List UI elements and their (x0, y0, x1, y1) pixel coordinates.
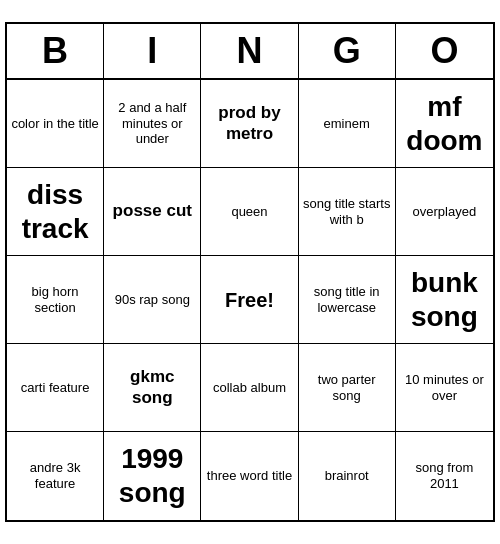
bingo-cell-18[interactable]: two parter song (299, 344, 396, 432)
bingo-letter-i: I (104, 24, 201, 78)
bingo-cell-14[interactable]: bunk song (396, 256, 493, 344)
bingo-cell-19[interactable]: 10 minutes or over (396, 344, 493, 432)
cell-text-1: 2 and a half minutes or under (108, 100, 196, 147)
cell-text-2: prod by metro (205, 103, 293, 144)
bingo-grid: color in the title2 and a half minutes o… (7, 80, 493, 520)
cell-text-13: song title in lowercase (303, 284, 391, 315)
bingo-cell-21[interactable]: 1999 song (104, 432, 201, 520)
cell-text-9: overplayed (413, 204, 477, 220)
cell-text-18: two parter song (303, 372, 391, 403)
bingo-cell-10[interactable]: big horn section (7, 256, 104, 344)
bingo-cell-15[interactable]: carti feature (7, 344, 104, 432)
bingo-letter-b: B (7, 24, 104, 78)
cell-text-3: eminem (324, 116, 370, 132)
bingo-cell-0[interactable]: color in the title (7, 80, 104, 168)
cell-text-17: collab album (213, 380, 286, 396)
cell-text-10: big horn section (11, 284, 99, 315)
bingo-cell-12[interactable]: Free! (201, 256, 298, 344)
bingo-letter-n: N (201, 24, 298, 78)
bingo-cell-24[interactable]: song from 2011 (396, 432, 493, 520)
bingo-cell-20[interactable]: andre 3k feature (7, 432, 104, 520)
bingo-cell-8[interactable]: song title starts with b (299, 168, 396, 256)
bingo-letter-g: G (299, 24, 396, 78)
bingo-card: BINGO color in the title2 and a half min… (5, 22, 495, 522)
bingo-cell-9[interactable]: overplayed (396, 168, 493, 256)
bingo-cell-11[interactable]: 90s rap song (104, 256, 201, 344)
cell-text-14: bunk song (400, 266, 489, 333)
bingo-cell-13[interactable]: song title in lowercase (299, 256, 396, 344)
cell-text-8: song title starts with b (303, 196, 391, 227)
bingo-cell-16[interactable]: gkmc song (104, 344, 201, 432)
bingo-cell-7[interactable]: queen (201, 168, 298, 256)
cell-text-22: three word title (207, 468, 292, 484)
cell-text-4: mf doom (400, 90, 489, 157)
cell-text-21: 1999 song (108, 442, 196, 509)
bingo-cell-5[interactable]: diss track (7, 168, 104, 256)
bingo-cell-4[interactable]: mf doom (396, 80, 493, 168)
cell-text-12: Free! (225, 288, 274, 312)
bingo-cell-17[interactable]: collab album (201, 344, 298, 432)
bingo-cell-6[interactable]: posse cut (104, 168, 201, 256)
bingo-cell-3[interactable]: eminem (299, 80, 396, 168)
bingo-cell-23[interactable]: brainrot (299, 432, 396, 520)
cell-text-20: andre 3k feature (11, 460, 99, 491)
cell-text-24: song from 2011 (400, 460, 489, 491)
cell-text-0: color in the title (11, 116, 98, 132)
cell-text-6: posse cut (113, 201, 192, 221)
cell-text-23: brainrot (325, 468, 369, 484)
cell-text-16: gkmc song (108, 367, 196, 408)
cell-text-15: carti feature (21, 380, 90, 396)
bingo-letter-o: O (396, 24, 493, 78)
cell-text-7: queen (231, 204, 267, 220)
bingo-cell-1[interactable]: 2 and a half minutes or under (104, 80, 201, 168)
cell-text-19: 10 minutes or over (400, 372, 489, 403)
cell-text-5: diss track (11, 178, 99, 245)
cell-text-11: 90s rap song (115, 292, 190, 308)
bingo-cell-2[interactable]: prod by metro (201, 80, 298, 168)
bingo-header: BINGO (7, 24, 493, 80)
bingo-cell-22[interactable]: three word title (201, 432, 298, 520)
